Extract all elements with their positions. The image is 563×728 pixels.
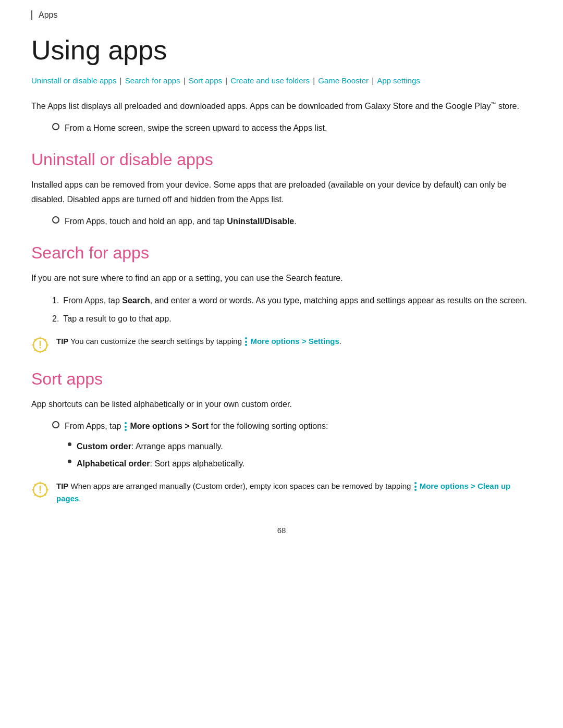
sep3: | <box>223 76 229 85</box>
bullet-circle-icon-2 <box>52 216 59 224</box>
sort-sub-item-custom: Custom order: Arrange apps manually. <box>68 439 532 453</box>
intro-bullet-text: From a Home screen, swipe the screen upw… <box>65 121 327 135</box>
bullet-circle-icon-3 <box>52 421 59 428</box>
more-options-text-1: More options > Settings <box>250 337 339 346</box>
custom-order-bold: Custom order <box>77 442 131 451</box>
more-options-text-2: More options > Clean up pages <box>56 482 510 503</box>
step-num-1: 1. <box>52 294 59 307</box>
link-appsettings[interactable]: App settings <box>377 76 420 85</box>
step-num-2: 2. <box>52 312 59 326</box>
search-numbered-list: 1. From Apps, tap Search, and enter a wo… <box>52 294 532 326</box>
uninstall-bold: Uninstall/Disable <box>227 217 294 226</box>
sort-alpha-text: Alphabetical order: Sort apps alphabetic… <box>77 456 245 471</box>
sort-sub-item-alpha: Alphabetical order: Sort apps alphabetic… <box>68 456 532 471</box>
sort-bullet-text: From Apps, tap More options > Sort for t… <box>65 419 328 433</box>
header-bar: Apps <box>31 10 532 20</box>
tip-text-search: TIP You can customize the search setting… <box>56 335 341 348</box>
dot-bullet-2 <box>68 460 71 463</box>
page-number: 68 <box>31 526 532 535</box>
sort-bullet: From Apps, tap More options > Sort for t… <box>52 419 532 433</box>
page-container: Apps Using apps Uninstall or disable app… <box>0 0 563 566</box>
sep4: | <box>311 76 317 85</box>
header-breadcrumb: Apps <box>39 10 57 19</box>
sort-body: App shortcuts can be listed alphabetical… <box>31 397 532 411</box>
search-body: If you are not sure where to find an app… <box>31 271 532 285</box>
link-folders[interactable]: Create and use folders <box>230 76 310 85</box>
breadcrumb-links: Uninstall or disable apps | Search for a… <box>31 75 532 87</box>
uninstall-bullet-text: From Apps, touch and hold an app, and ta… <box>65 215 297 228</box>
search-step-2-text: Tap a result to go to that app. <box>63 312 171 326</box>
link-uninstall[interactable]: Uninstall or disable apps <box>31 76 116 85</box>
more-options-dots-2 <box>125 422 127 431</box>
svg-point-13 <box>40 491 41 493</box>
link-search[interactable]: Search for apps <box>125 76 180 85</box>
sort-sub-bullets: Custom order: Arrange apps manually. Alp… <box>68 439 532 471</box>
more-options-dots-1 <box>245 337 247 346</box>
tip-box-search: TIP You can customize the search setting… <box>31 335 532 354</box>
tip-label-search: TIP <box>56 337 68 346</box>
alpha-order-bold: Alphabetical order <box>77 459 150 468</box>
intro-bullet-item: From a Home screen, swipe the screen upw… <box>52 121 532 135</box>
search-step-2: 2. Tap a result to go to that app. <box>52 312 532 326</box>
search-step-1-text: From Apps, tap Search, and enter a word … <box>63 294 527 307</box>
section-heading-search: Search for apps <box>31 243 532 263</box>
bullet-circle-icon <box>52 123 59 130</box>
search-bold: Search <box>122 296 150 305</box>
sep5: | <box>370 76 376 85</box>
uninstall-body: Installed apps can be removed from your … <box>31 178 532 206</box>
sep1: | <box>117 76 124 85</box>
uninstall-bullet: From Apps, touch and hold an app, and ta… <box>52 215 532 228</box>
link-gamebooster[interactable]: Game Booster <box>318 76 369 85</box>
sep2: | <box>181 76 188 85</box>
tip-label-sort: TIP <box>56 482 68 490</box>
intro-paragraph: The Apps list displays all preloaded and… <box>31 100 532 113</box>
section-heading-uninstall: Uninstall or disable apps <box>31 150 532 169</box>
dot-bullet-1 <box>68 442 71 446</box>
tip-box-sort: TIP When apps are arranged manually (Cus… <box>31 480 532 505</box>
svg-point-2 <box>40 347 41 348</box>
link-sort[interactable]: Sort apps <box>189 76 222 85</box>
tip-text-sort: TIP When apps are arranged manually (Cus… <box>56 480 532 505</box>
section-heading-sort: Sort apps <box>31 369 532 389</box>
page-title: Using apps <box>31 35 532 65</box>
more-options-sort-text: More options > Sort <box>130 422 209 430</box>
search-step-1: 1. From Apps, tap Search, and enter a wo… <box>52 294 532 307</box>
tip-icon-search <box>31 336 49 354</box>
more-options-dots-3 <box>414 482 417 491</box>
sort-custom-text: Custom order: Arrange apps manually. <box>77 439 223 453</box>
tip-icon-sort <box>31 481 49 499</box>
